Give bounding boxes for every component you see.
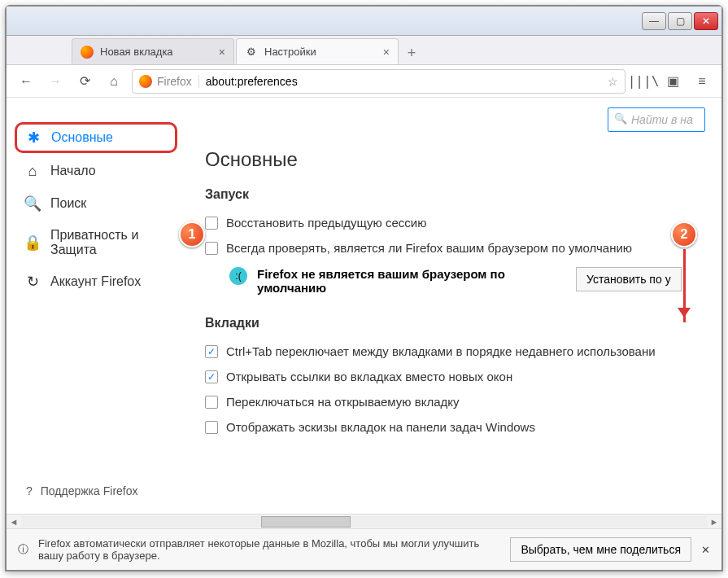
settings-main: Найти в на Основные Запуск Восстановить … <box>185 98 721 514</box>
info-icon: ⓘ <box>18 542 28 557</box>
lock-icon: 🔒 <box>24 234 41 251</box>
reload-button[interactable]: ⟳ <box>73 70 96 93</box>
scrollbar-track[interactable] <box>21 516 707 528</box>
checkbox[interactable] <box>205 217 218 230</box>
checkbox[interactable] <box>205 242 218 255</box>
annotation-badge-2: 2 <box>671 221 697 247</box>
sidebar-button[interactable]: ▣ <box>661 70 684 93</box>
tab-close-icon[interactable]: × <box>383 46 390 59</box>
scrollbar-thumb[interactable] <box>261 516 351 528</box>
tab-strip: Новая вкладка × ⚙ Настройки × + <box>7 36 721 65</box>
gear-icon: ⚙ <box>245 46 258 59</box>
pref-switch-tab[interactable]: Переключаться на открываемую вкладку <box>205 389 721 414</box>
sidebar-item-label: Начало <box>50 164 96 178</box>
search-icon: 🔍 <box>24 195 41 212</box>
help-icon: ? <box>26 484 33 497</box>
sad-face-icon: :( <box>229 267 247 285</box>
window-close-button[interactable]: ✕ <box>694 12 718 30</box>
sidebar-item-label: Поддержка Firefox <box>41 484 138 497</box>
pref-label: Открывать ссылки во вкладках вместо новы… <box>226 370 512 383</box>
bookmark-star-icon[interactable]: ☆ <box>608 75 618 88</box>
checkbox[interactable] <box>205 421 218 434</box>
default-browser-text: Firefox не является вашим браузером по у… <box>257 267 566 295</box>
scroll-left-button[interactable]: ◄ <box>7 517 21 527</box>
pref-always-check-default[interactable]: Всегда проверять, является ли Firefox ва… <box>205 235 721 261</box>
sidebar-item-label: Аккаунт Firefox <box>50 274 141 289</box>
checkbox[interactable] <box>205 370 218 383</box>
pref-label: Ctrl+Tab переключает между вкладками в п… <box>226 344 656 358</box>
url-text: about:preferences <box>206 75 298 88</box>
sync-icon: ↻ <box>24 274 41 290</box>
gear-icon: ✱ <box>25 129 41 146</box>
choose-share-button[interactable]: Выбрать, чем мне поделиться <box>510 537 691 562</box>
annotation-badge-1: 1 <box>179 221 205 247</box>
tab-label: Новая вкладка <box>100 46 173 58</box>
page-title: Основные <box>205 148 721 171</box>
sidebar-item-privacy[interactable]: 🔒 Приватность и Защита <box>15 221 177 264</box>
close-icon[interactable]: ✕ <box>701 544 710 556</box>
window-minimize-button[interactable]: — <box>642 12 666 30</box>
sidebar-item-search[interactable]: 🔍 Поиск <box>15 189 177 218</box>
url-bar[interactable]: Firefox about:preferences ☆ <box>132 69 626 94</box>
tab-close-icon[interactable]: × <box>219 46 225 59</box>
tab-settings[interactable]: ⚙ Настройки × <box>236 38 399 64</box>
checkbox[interactable] <box>205 345 218 358</box>
pref-label: Переключаться на открываемую вкладку <box>226 395 460 409</box>
pref-label: Всегда проверять, является ли Firefox ва… <box>226 241 632 255</box>
firefox-icon <box>81 46 94 59</box>
telemetry-notification: ⓘ Firefox автоматически отправляет некот… <box>7 528 721 570</box>
home-button[interactable]: ⌂ <box>102 70 125 93</box>
window-maximize-button[interactable]: ▢ <box>668 12 692 30</box>
section-tabs-heading: Вкладки <box>205 316 721 331</box>
settings-search[interactable]: Найти в на <box>608 107 705 132</box>
library-button[interactable]: |||\ <box>632 70 655 93</box>
pref-label: Восстановить предыдущую сессию <box>226 216 426 230</box>
checkbox[interactable] <box>205 396 218 409</box>
search-input[interactable]: Найти в на <box>608 107 705 132</box>
tab-label: Настройки <box>264 46 316 58</box>
notification-text: Firefox автоматически отправляет некотор… <box>38 537 500 562</box>
nav-toolbar: ← → ⟳ ⌂ Firefox about:preferences ☆ |||\… <box>7 65 721 98</box>
new-tab-button[interactable]: + <box>400 42 423 64</box>
sidebar-item-general[interactable]: ✱ Основные <box>15 122 177 153</box>
window-titlebar: — ▢ ✕ <box>7 7 721 36</box>
sidebar-item-label: Основные <box>51 130 113 145</box>
pref-restore-session[interactable]: Восстановить предыдущую сессию <box>205 210 721 235</box>
sidebar-item-label: Приватность и Защита <box>50 228 168 257</box>
sidebar-support[interactable]: ? Поддержка Firefox <box>15 476 177 506</box>
menu-button[interactable]: ≡ <box>691 70 713 93</box>
home-icon: ⌂ <box>24 163 41 179</box>
pref-open-links-tabs[interactable]: Открывать ссылки во вкладках вместо новы… <box>205 364 721 389</box>
sidebar-item-account[interactable]: ↻ Аккаунт Firefox <box>15 267 177 296</box>
set-default-button[interactable]: Установить по у <box>576 267 682 291</box>
annotation-arrow <box>683 249 686 322</box>
back-button[interactable]: ← <box>15 70 37 93</box>
horizontal-scrollbar[interactable]: ◄ ► <box>7 514 721 528</box>
tab-new[interactable]: Новая вкладка × <box>72 38 234 64</box>
pref-label: Отображать эскизы вкладок на панели зада… <box>226 420 535 434</box>
sidebar-item-label: Поиск <box>50 196 86 211</box>
scroll-right-button[interactable]: ► <box>707 517 721 527</box>
section-startup-heading: Запуск <box>205 187 721 202</box>
forward-button: → <box>44 70 67 93</box>
sidebar-item-home[interactable]: ⌂ Начало <box>15 156 177 186</box>
pref-taskbar-thumbs[interactable]: Отображать эскизы вкладок на панели зада… <box>205 414 721 440</box>
settings-sidebar: ✱ Основные ⌂ Начало 🔍 Поиск 🔒 Приватност… <box>7 98 185 514</box>
default-browser-row: :( Firefox не является вашим браузером п… <box>205 261 721 306</box>
identity-box: Firefox <box>139 75 199 88</box>
pref-ctrl-tab[interactable]: Ctrl+Tab переключает между вкладками в п… <box>205 339 721 364</box>
